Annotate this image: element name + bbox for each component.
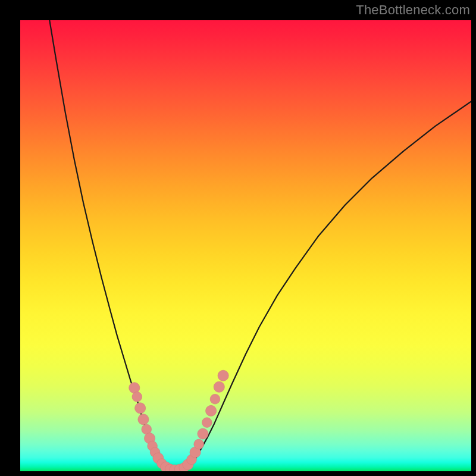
data-marker — [202, 418, 212, 428]
curve-path — [49, 20, 471, 470]
data-marker — [129, 383, 140, 393]
data-marker — [138, 414, 149, 425]
data-marker — [135, 403, 146, 414]
data-marker — [198, 428, 208, 439]
data-marker — [218, 370, 228, 381]
data-marker — [210, 394, 220, 404]
data-marker — [194, 439, 204, 449]
chart-frame: TheBottleneck.com — [0, 0, 476, 476]
data-marker — [132, 392, 142, 402]
data-marker — [214, 381, 224, 392]
plot-area — [20, 20, 471, 471]
chart-svg — [20, 20, 471, 471]
data-markers — [129, 370, 229, 471]
data-marker — [206, 405, 217, 416]
bottleneck-curve — [49, 20, 471, 470]
watermark-text: TheBottleneck.com — [356, 2, 470, 18]
